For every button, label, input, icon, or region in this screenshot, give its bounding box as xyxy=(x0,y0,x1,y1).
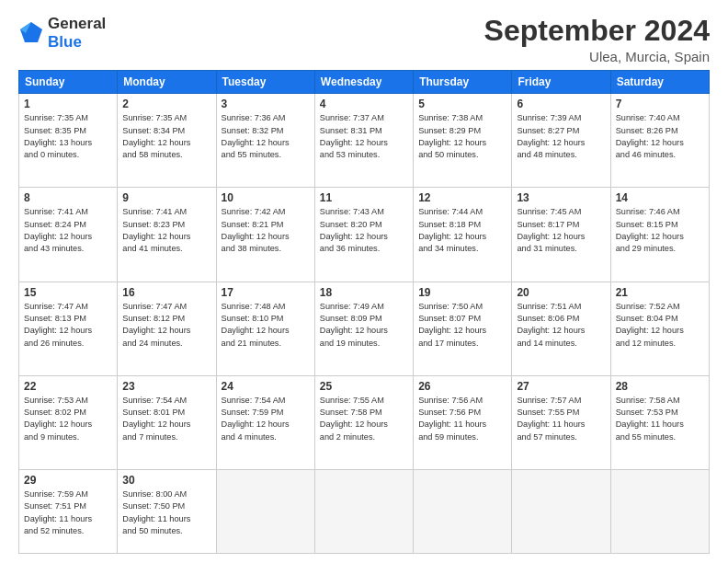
week-row-1: 1Sunrise: 7:35 AMSunset: 8:35 PMDaylight… xyxy=(19,94,710,188)
table-row xyxy=(314,469,413,553)
table-row: 19Sunrise: 7:50 AMSunset: 8:07 PMDayligh… xyxy=(414,282,512,375)
day-number: 6 xyxy=(517,98,605,110)
day-number: 28 xyxy=(616,380,704,393)
table-row: 20Sunrise: 7:51 AMSunset: 8:06 PMDayligh… xyxy=(512,282,610,375)
day-number: 17 xyxy=(222,286,310,299)
day-number: 12 xyxy=(418,191,506,204)
header-tuesday: Tuesday xyxy=(216,71,314,94)
table-row: 3Sunrise: 7:36 AMSunset: 8:32 PMDaylight… xyxy=(216,94,314,188)
table-row xyxy=(610,469,709,553)
day-number: 8 xyxy=(24,191,112,204)
day-info: Sunrise: 8:00 AMSunset: 7:50 PMDaylight:… xyxy=(122,488,210,537)
table-row: 15Sunrise: 7:47 AMSunset: 8:13 PMDayligh… xyxy=(19,282,118,375)
day-number: 16 xyxy=(122,286,210,299)
day-number: 2 xyxy=(122,98,210,110)
header-thursday: Thursday xyxy=(414,71,512,94)
svg-marker-0 xyxy=(20,22,42,42)
day-number: 10 xyxy=(222,191,310,204)
day-number: 9 xyxy=(122,191,210,204)
table-row: 22Sunrise: 7:53 AMSunset: 8:02 PMDayligh… xyxy=(19,375,118,469)
table-row: 27Sunrise: 7:57 AMSunset: 7:55 PMDayligh… xyxy=(512,375,610,469)
table-row: 1Sunrise: 7:35 AMSunset: 8:35 PMDaylight… xyxy=(19,94,118,188)
day-info: Sunrise: 7:53 AMSunset: 8:02 PMDaylight:… xyxy=(24,395,112,443)
day-info: Sunrise: 7:43 AMSunset: 8:20 PMDaylight:… xyxy=(320,206,408,255)
header-saturday: Saturday xyxy=(610,71,709,94)
table-row: 26Sunrise: 7:56 AMSunset: 7:56 PMDayligh… xyxy=(414,375,512,469)
table-row: 9Sunrise: 7:41 AMSunset: 8:23 PMDaylight… xyxy=(118,188,216,282)
calendar-header-row: Sunday Monday Tuesday Wednesday Thursday… xyxy=(19,71,710,94)
day-number: 5 xyxy=(418,98,506,110)
table-row xyxy=(512,469,610,553)
day-info: Sunrise: 7:40 AMSunset: 8:26 PMDaylight:… xyxy=(616,112,704,161)
table-row: 8Sunrise: 7:41 AMSunset: 8:24 PMDaylight… xyxy=(19,188,118,282)
day-info: Sunrise: 7:47 AMSunset: 8:12 PMDaylight:… xyxy=(122,301,210,350)
week-row-2: 8Sunrise: 7:41 AMSunset: 8:24 PMDaylight… xyxy=(19,188,710,282)
header-sunday: Sunday xyxy=(19,71,118,94)
day-info: Sunrise: 7:59 AMSunset: 7:51 PMDaylight:… xyxy=(24,488,112,537)
table-row: 24Sunrise: 7:54 AMSunset: 7:59 PMDayligh… xyxy=(216,375,314,469)
table-row: 30Sunrise: 8:00 AMSunset: 7:50 PMDayligh… xyxy=(118,469,216,553)
day-number: 14 xyxy=(616,191,704,204)
header-wednesday: Wednesday xyxy=(314,71,413,94)
day-info: Sunrise: 7:52 AMSunset: 8:04 PMDaylight:… xyxy=(616,301,704,350)
table-row: 16Sunrise: 7:47 AMSunset: 8:12 PMDayligh… xyxy=(118,282,216,375)
day-info: Sunrise: 7:54 AMSunset: 7:59 PMDaylight:… xyxy=(222,395,310,443)
day-number: 30 xyxy=(122,474,210,487)
table-row: 18Sunrise: 7:49 AMSunset: 8:09 PMDayligh… xyxy=(314,282,413,375)
day-number: 7 xyxy=(616,98,704,110)
table-row: 12Sunrise: 7:44 AMSunset: 8:18 PMDayligh… xyxy=(414,188,512,282)
logo: General Blue xyxy=(18,15,106,51)
day-number: 26 xyxy=(418,380,506,393)
day-info: Sunrise: 7:37 AMSunset: 8:31 PMDaylight:… xyxy=(320,112,408,161)
table-row: 2Sunrise: 7:35 AMSunset: 8:34 PMDaylight… xyxy=(118,94,216,188)
table-row: 25Sunrise: 7:55 AMSunset: 7:58 PMDayligh… xyxy=(314,375,413,469)
logo-text: General Blue xyxy=(48,15,106,51)
day-info: Sunrise: 7:35 AMSunset: 8:35 PMDaylight:… xyxy=(24,112,112,161)
table-row: 13Sunrise: 7:45 AMSunset: 8:17 PMDayligh… xyxy=(512,188,610,282)
table-row: 11Sunrise: 7:43 AMSunset: 8:20 PMDayligh… xyxy=(314,188,413,282)
day-number: 4 xyxy=(320,98,408,110)
table-row: 23Sunrise: 7:54 AMSunset: 8:01 PMDayligh… xyxy=(118,375,216,469)
day-info: Sunrise: 7:35 AMSunset: 8:34 PMDaylight:… xyxy=(122,112,210,161)
table-row: 28Sunrise: 7:58 AMSunset: 7:53 PMDayligh… xyxy=(610,375,709,469)
week-row-5: 29Sunrise: 7:59 AMSunset: 7:51 PMDayligh… xyxy=(19,469,710,553)
day-number: 19 xyxy=(418,286,506,299)
table-row: 6Sunrise: 7:39 AMSunset: 8:27 PMDaylight… xyxy=(512,94,610,188)
table-row: 14Sunrise: 7:46 AMSunset: 8:15 PMDayligh… xyxy=(610,188,709,282)
day-number: 18 xyxy=(320,286,408,299)
header: General Blue September 2024 Ulea, Murcia… xyxy=(18,15,710,64)
day-info: Sunrise: 7:51 AMSunset: 8:06 PMDaylight:… xyxy=(517,301,605,350)
day-number: 21 xyxy=(616,286,704,299)
day-info: Sunrise: 7:58 AMSunset: 7:53 PMDaylight:… xyxy=(616,395,704,443)
day-info: Sunrise: 7:49 AMSunset: 8:09 PMDaylight:… xyxy=(320,301,408,350)
day-info: Sunrise: 7:42 AMSunset: 8:21 PMDaylight:… xyxy=(222,206,310,255)
day-number: 20 xyxy=(517,286,605,299)
table-row: 10Sunrise: 7:42 AMSunset: 8:21 PMDayligh… xyxy=(216,188,314,282)
day-info: Sunrise: 7:57 AMSunset: 7:55 PMDaylight:… xyxy=(517,395,605,443)
location-title: Ulea, Murcia, Spain xyxy=(484,49,710,64)
day-number: 3 xyxy=(222,98,310,110)
table-row: 29Sunrise: 7:59 AMSunset: 7:51 PMDayligh… xyxy=(19,469,118,553)
month-title: September 2024 xyxy=(484,15,710,47)
calendar-table: Sunday Monday Tuesday Wednesday Thursday… xyxy=(18,70,710,554)
day-info: Sunrise: 7:55 AMSunset: 7:58 PMDaylight:… xyxy=(320,395,408,443)
header-monday: Monday xyxy=(118,71,216,94)
table-row: 17Sunrise: 7:48 AMSunset: 8:10 PMDayligh… xyxy=(216,282,314,375)
title-block: September 2024 Ulea, Murcia, Spain xyxy=(484,15,710,64)
day-info: Sunrise: 7:46 AMSunset: 8:15 PMDaylight:… xyxy=(616,206,704,255)
week-row-3: 15Sunrise: 7:47 AMSunset: 8:13 PMDayligh… xyxy=(19,282,710,375)
table-row: 21Sunrise: 7:52 AMSunset: 8:04 PMDayligh… xyxy=(610,282,709,375)
day-info: Sunrise: 7:38 AMSunset: 8:29 PMDaylight:… xyxy=(418,112,506,161)
day-number: 13 xyxy=(517,191,605,204)
day-info: Sunrise: 7:48 AMSunset: 8:10 PMDaylight:… xyxy=(222,301,310,350)
day-info: Sunrise: 7:39 AMSunset: 8:27 PMDaylight:… xyxy=(517,112,605,161)
table-row xyxy=(414,469,512,553)
day-info: Sunrise: 7:54 AMSunset: 8:01 PMDaylight:… xyxy=(122,395,210,443)
day-info: Sunrise: 7:41 AMSunset: 8:23 PMDaylight:… xyxy=(122,206,210,255)
logo-icon xyxy=(18,20,44,46)
day-info: Sunrise: 7:45 AMSunset: 8:17 PMDaylight:… xyxy=(517,206,605,255)
day-number: 11 xyxy=(320,191,408,204)
day-number: 27 xyxy=(517,380,605,393)
page: General Blue September 2024 Ulea, Murcia… xyxy=(0,0,728,563)
table-row: 7Sunrise: 7:40 AMSunset: 8:26 PMDaylight… xyxy=(610,94,709,188)
